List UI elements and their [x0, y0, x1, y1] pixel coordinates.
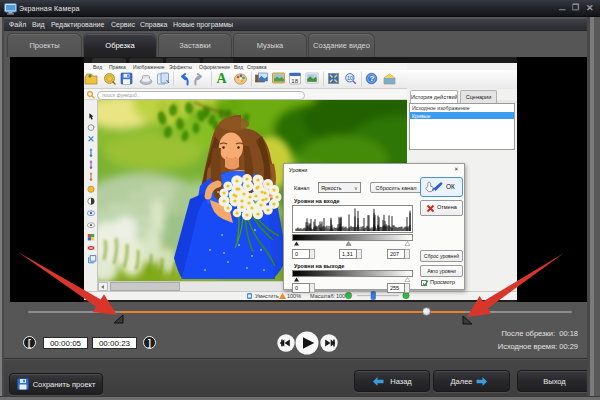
svg-text:18: 18	[291, 78, 298, 84]
svg-text:?: ?	[369, 74, 374, 83]
svg-text:10: 10	[347, 75, 353, 81]
svg-text:A: A	[217, 71, 228, 86]
